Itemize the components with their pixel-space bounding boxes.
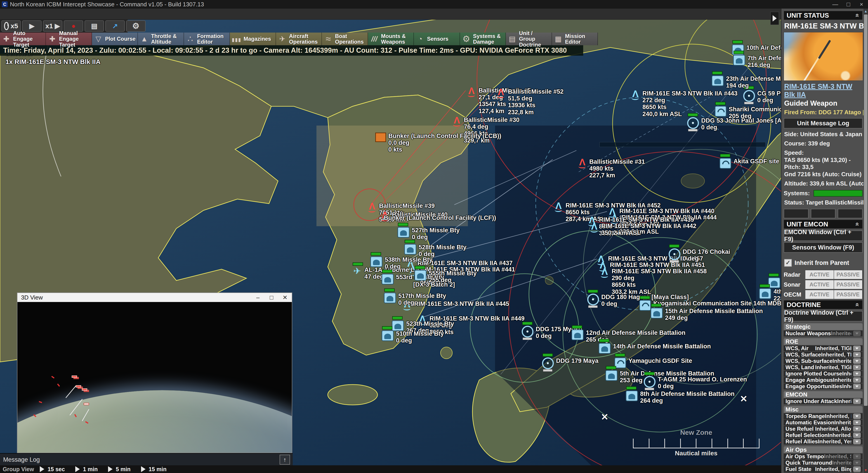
dropdown-chevron-button[interactable] (853, 384, 861, 389)
active-toggle-button[interactable]: ACTIVE (805, 280, 834, 289)
action-button[interactable]: Plot Course (92, 33, 138, 45)
scroll-up-icon[interactable]: ▲ (864, 9, 868, 13)
active-toggle-button[interactable]: ACTIVE (805, 270, 834, 279)
checkbox-checked-icon[interactable]: ✓ (784, 259, 792, 267)
action-button[interactable]: Magazines (230, 33, 276, 45)
3d-unit-label[interactable] (84, 403, 89, 405)
passive-toggle-button[interactable]: PASSIVE (834, 280, 862, 289)
3d-viewport[interactable] (18, 302, 292, 453)
action-button[interactable]: Auto Engage Target (0, 33, 46, 45)
collapse-chevron-icon[interactable]: « (854, 13, 862, 18)
dropdown-chevron-button[interactable] (853, 365, 861, 370)
map-unit[interactable]: [DX-3 Batch 2] (413, 281, 455, 288)
close-icon[interactable]: ✕ (278, 293, 292, 302)
3d-unit-label[interactable] (82, 388, 87, 391)
time-step-button[interactable]: 1 min (75, 466, 98, 473)
map-unit[interactable]: 528th Missle Bty 0 deg (404, 244, 467, 258)
action-button[interactable]: Throttle & Altitude (138, 33, 184, 45)
map-unit[interactable]: Bunker (Launch Control Facility (LCF)) (384, 214, 496, 221)
scrollbar-thumb[interactable] (864, 14, 868, 406)
minimize-icon[interactable]: – (251, 293, 265, 302)
3d-view-title-bar[interactable]: 3D View – □ ✕ (18, 293, 292, 302)
expand-log-button[interactable]: ↑ (280, 455, 290, 465)
action-button[interactable]: Mission Editor (552, 33, 598, 45)
map-unit[interactable]: BallisticMissile #31 4980 kts227,7 km (578, 158, 645, 179)
map-unit[interactable]: RIM-161E SM-3 NTW Blk IIA #458 290 deg86… (600, 268, 707, 295)
passive-toggle-button[interactable]: PASSIVE (834, 290, 862, 299)
dropdown-chevron-button[interactable] (853, 426, 861, 432)
sidebar-collapse-button[interactable] (770, 12, 779, 25)
action-button[interactable]: Unit / Group Doctrine (506, 33, 552, 45)
map-unit[interactable]: DDG 176 Chokai 0 deg (669, 248, 730, 262)
3d-view-window[interactable]: 3D View – □ ✕ (17, 293, 292, 453)
map-layers-button[interactable]: ▤ (85, 20, 104, 32)
sidebar-scrollbar[interactable]: ▲ ▼ (864, 8, 868, 473)
emcon-window-button[interactable]: EMCON Window (Ctrl + F9) (784, 231, 863, 241)
close-icon[interactable]: × (855, 0, 868, 8)
action-button[interactable]: Systems & Damage (460, 33, 506, 45)
zone-corner-x-icon[interactable]: ✕ (740, 393, 747, 404)
passive-toggle-button[interactable]: PASSIVE (834, 270, 862, 279)
dropdown-chevron-button[interactable] (853, 377, 861, 383)
map-unit[interactable]: 527th Missle Bty 0 deg (397, 227, 460, 240)
dropdown-chevron-button[interactable] (853, 352, 861, 357)
map-unit[interactable]: 8th Air Defense Missile Battalion 264 de… (626, 390, 735, 404)
unit-message-log-button[interactable]: Unit Message Log (784, 118, 863, 128)
settings-button[interactable]: ⚙ (126, 20, 146, 32)
maximize-icon[interactable]: □ (842, 0, 855, 8)
doctrine-window-button[interactable]: Doctrine Window (Ctrl + F9) (784, 311, 863, 321)
zone-corner-x-icon[interactable]: ✕ (601, 412, 609, 422)
time-step-button[interactable]: 15 sec (40, 466, 65, 473)
time-step-button[interactable]: 5 min (108, 466, 130, 473)
unit-type-link[interactable]: RIM-161E SM-3 NTW Blk IIA (784, 83, 863, 99)
3d-unit-label[interactable] (76, 385, 81, 387)
dropdown-chevron-button[interactable] (853, 398, 861, 404)
map-unit[interactable]: BallisticMissile #52 51,5 deg13936 kts23… (496, 88, 563, 116)
map-unit[interactable]: 12nd Air Defense Missile Battalion 265 d… (571, 329, 685, 343)
dropdown-chevron-button[interactable] (853, 460, 861, 466)
map-unit[interactable]: 14th Air Defense Missile Battalion (598, 343, 711, 354)
scroll-down-icon[interactable]: ▼ (864, 468, 868, 473)
action-button[interactable]: Manual Engage Target (46, 33, 92, 45)
dropdown-chevron-button[interactable] (853, 467, 861, 472)
map-unit[interactable]: RIM-161E SM-3 NTW Blk IIA #442 350,2 km … (590, 223, 696, 236)
map-unit[interactable]: Bunker (Launch Control Facility (LCB)) 0… (375, 132, 501, 153)
dropdown-chevron-button[interactable] (853, 439, 861, 444)
dropdown-chevron-button[interactable] (853, 433, 861, 438)
action-button[interactable]: Sensors (414, 33, 460, 45)
maximize-icon[interactable]: □ (265, 293, 278, 302)
minimize-icon[interactable]: — (829, 0, 842, 8)
dropdown-chevron-button[interactable] (853, 454, 861, 459)
sensors-window-button[interactable]: Sensors Window (F9) (784, 242, 863, 253)
map-unit[interactable]: T-AGM 25 Howard O. Lorenzen 0 deg (644, 376, 747, 389)
unit-status-header[interactable]: UNIT STATUS « (784, 11, 863, 20)
unit-quick-button[interactable] (838, 209, 863, 218)
map-unit[interactable]: 510th Missle Bty 0 deg (381, 330, 444, 344)
map-unit[interactable]: DDG 179 Maya (542, 357, 598, 369)
message-log-bar[interactable]: Message Log ↑ (0, 453, 293, 466)
collapse-chevron-icon[interactable]: « (854, 303, 862, 307)
dropdown-chevron-button[interactable] (853, 414, 861, 419)
unit-quick-button[interactable] (811, 209, 836, 218)
unit-quick-button[interactable] (784, 209, 809, 218)
map-unit[interactable]: Yamaguchi GSDF Site (614, 357, 692, 368)
action-button[interactable]: Formation Editor (184, 33, 230, 45)
action-button[interactable]: Aircraft Operations (276, 33, 322, 45)
action-button[interactable]: Mounts & Weapons (368, 33, 414, 45)
3d-unit-label[interactable] (72, 376, 77, 378)
map-unit[interactable]: Akita GSDF site (719, 158, 779, 169)
active-toggle-button[interactable]: ACTIVE (805, 290, 834, 299)
map-unit[interactable]: 517th Missle Bty 0 deg (384, 293, 446, 306)
unit-emcon-header[interactable]: UNIT EMCON « (784, 220, 863, 229)
dropdown-chevron-button[interactable] (853, 371, 861, 376)
time-step-button[interactable]: 15 min (141, 466, 166, 473)
dropdown-chevron-button[interactable] (853, 420, 861, 425)
dropdown-chevron-button[interactable] (853, 346, 861, 351)
inherit-from-parent-row[interactable]: ✓ Inherit from Parent (784, 259, 863, 267)
collapse-chevron-icon[interactable]: « (854, 223, 862, 226)
dropdown-chevron-button[interactable] (853, 358, 861, 364)
action-button[interactable]: Boat Operations (322, 33, 368, 45)
jump-button[interactable]: ↗ (105, 20, 125, 32)
doctrine-header[interactable]: DOCTRINE « (784, 300, 863, 309)
group-view-label[interactable]: Group View (0, 466, 40, 473)
